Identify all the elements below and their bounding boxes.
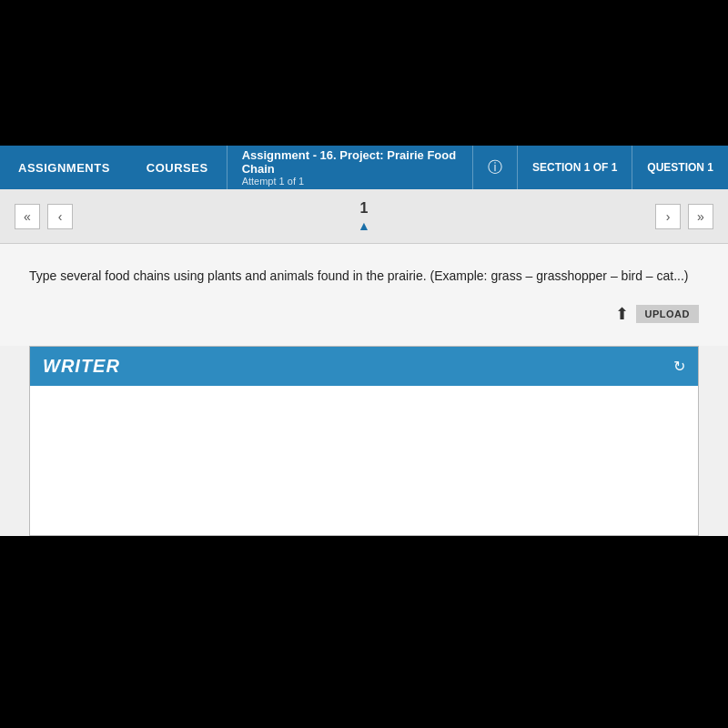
assignments-tab[interactable]: ASSIGNMENTS [0,146,128,189]
pagination-bar: « ‹ 1 ▲ › » [0,189,728,244]
writer-textarea[interactable] [30,386,698,531]
refresh-icon[interactable]: ↻ [673,358,685,375]
double-left-button[interactable]: « [15,204,40,229]
double-right-button[interactable]: » [688,204,713,229]
content-area: « ‹ 1 ▲ › » Type several food chains usi… [0,189,728,536]
courses-tab[interactable]: COURSES [128,146,227,189]
pagination-center: 1 ▲ [73,200,655,233]
assignments-label: ASSIGNMENTS [18,161,110,175]
attempt-label: Attempt 1 of 1 [242,176,458,187]
assignment-info: Assignment - 16. Project: Prairie Food C… [227,146,473,189]
upload-row: ⬆ UPLOAD [29,304,699,324]
question-content: Type several food chains using plants an… [0,244,728,346]
question-text: Type several food chains using plants an… [29,266,699,286]
page-number: 1 [360,200,369,217]
page-arrow-down: ▲ [358,218,370,233]
question-label: QUESTION 1 [632,146,728,189]
pagination-left: « ‹ [15,204,73,229]
upload-icon: ⬆ [615,304,629,324]
writer-header: WRITER ↻ [30,347,698,386]
assignment-title: Assignment - 16. Project: Prairie Food C… [242,148,458,176]
black-bar-top [0,0,728,146]
info-icon[interactable]: ⓘ [473,146,518,189]
right-button[interactable]: › [655,204,681,229]
courses-label: COURSES [147,161,208,175]
upload-button[interactable]: UPLOAD [636,305,699,323]
writer-box: WRITER ↻ [29,346,699,536]
nav-bar: ASSIGNMENTS COURSES Assignment - 16. Pro… [0,146,728,189]
left-button[interactable]: ‹ [47,204,73,229]
pagination-right: › » [655,204,713,229]
writer-title: WRITER [43,356,120,377]
section-label: SECTION 1 OF 1 [518,146,632,189]
